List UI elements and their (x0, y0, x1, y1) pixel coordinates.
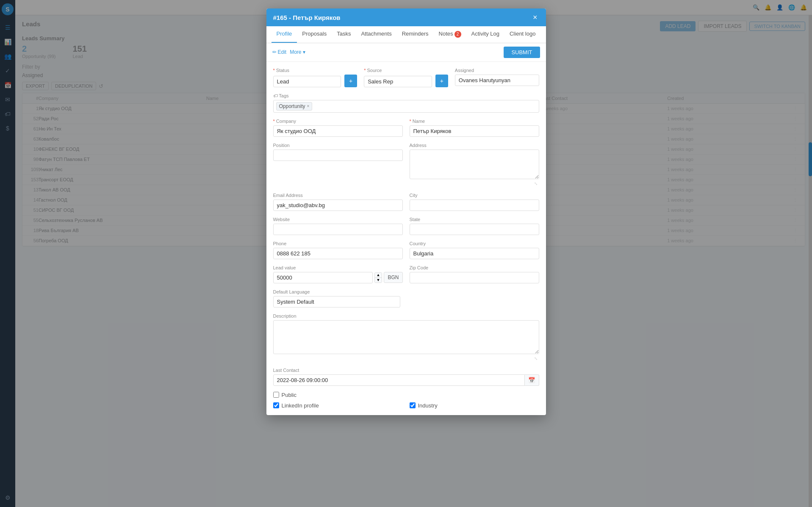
description-label: Description (273, 313, 539, 319)
calendar-button[interactable]: 📅 (525, 374, 539, 386)
chevron-down-icon: ▾ (303, 49, 305, 55)
linkedin-row: LinkedIn profile (273, 402, 403, 409)
description-textarea[interactable] (273, 320, 539, 354)
currency-label: BGN (384, 272, 402, 283)
company-group: Company (273, 119, 403, 137)
more-label: More (290, 49, 301, 55)
email-label: Email Address (273, 193, 403, 198)
modal-toolbar: ✏ Edit More ▾ SUBMIT (266, 43, 546, 62)
source-select[interactable]: Sales Rep Website Referral Other (364, 76, 432, 87)
lead-value-input[interactable] (273, 272, 373, 283)
form-row-tags: 🏷 Tags Opportunity × (273, 93, 539, 113)
zip-code-input[interactable] (410, 272, 539, 283)
submit-button[interactable]: SUBMIT (504, 47, 540, 58)
tab-proposals[interactable]: Proposals (297, 26, 332, 43)
modal-form: Status Lead Opportunity Qualified Unqual… (266, 62, 546, 416)
lead-value-label: Lead value (273, 265, 403, 270)
email-group: Email Address (273, 193, 403, 211)
address-textarea[interactable] (410, 150, 539, 179)
state-group: State (410, 217, 539, 235)
position-group: Position (273, 143, 403, 187)
tag-remove-button[interactable]: × (307, 104, 310, 108)
phone-label: Phone (273, 241, 403, 246)
tags-group: 🏷 Tags Opportunity × (273, 93, 539, 113)
form-row-website: Website State (273, 217, 539, 235)
modal-title: #165 - Петър Киряков (273, 14, 341, 21)
public-checkbox[interactable] (273, 392, 279, 398)
assigned-label: Assigned (455, 68, 539, 73)
tag-container[interactable]: Opportunity × (273, 100, 539, 113)
phone-input[interactable] (273, 248, 403, 259)
lead-value-row: ▲ ▼ BGN (273, 272, 403, 283)
value-down-button[interactable]: ▼ (375, 278, 382, 283)
last-contact-input[interactable] (273, 374, 525, 386)
name-group: Name (410, 119, 539, 137)
company-label: Company (273, 119, 403, 124)
website-input[interactable] (273, 224, 403, 235)
tab-tasks[interactable]: Tasks (332, 26, 356, 43)
website-group: Website (273, 217, 403, 235)
more-dropdown[interactable]: More ▾ (290, 49, 305, 55)
description-resize: ⤡ (273, 355, 539, 362)
assigned-select[interactable]: Ovanes Harutyunyan (455, 75, 539, 86)
source-group: Source Sales Rep Website Referral Other … (364, 68, 448, 87)
company-input[interactable] (273, 125, 403, 137)
tab-profile[interactable]: Profile (272, 26, 297, 43)
country-label: Country (410, 241, 539, 246)
form-row-position: Position Address ⤡ (273, 143, 539, 187)
source-label: Source (364, 68, 448, 73)
modal-header: #165 - Петър Киряков × (266, 8, 546, 26)
phone-group: Phone (273, 241, 403, 259)
language-group: Default Language System Default (273, 289, 539, 308)
state-input[interactable] (410, 224, 539, 235)
form-row-status: Status Lead Opportunity Qualified Unqual… (273, 68, 539, 87)
email-input[interactable] (273, 199, 403, 211)
zip-code-group: Zip Code (410, 265, 539, 283)
city-input[interactable] (410, 199, 539, 211)
last-contact-group: Last Contact 📅 (273, 368, 539, 386)
name-input[interactable] (410, 125, 539, 137)
lead-value-group: Lead value ▲ ▼ BGN (273, 265, 403, 283)
language-label: Default Language (273, 289, 539, 294)
tab-notes[interactable]: Notes2 (434, 26, 466, 43)
last-contact-date-row: 📅 (273, 374, 539, 386)
linkedin-checkbox[interactable] (273, 402, 279, 408)
industry-checkbox[interactable] (410, 402, 416, 408)
form-row-description: Description ⤡ (273, 313, 539, 362)
edit-label: Edit (278, 49, 287, 55)
status-group: Status Lead Opportunity Qualified Unqual… (273, 68, 358, 87)
form-row-email: Email Address City (273, 193, 539, 211)
edit-icon: ✏ (272, 49, 277, 55)
add-status-button[interactable]: + (344, 75, 357, 87)
website-label: Website (273, 217, 403, 222)
language-select[interactable]: System Default (273, 296, 400, 308)
address-label: Address (410, 143, 539, 148)
tab-client-logo[interactable]: Client logo (504, 26, 540, 43)
name-label: Name (410, 119, 539, 124)
edit-link[interactable]: ✏ Edit (272, 49, 287, 55)
value-spinner-buttons: ▲ ▼ (374, 272, 382, 283)
add-source-button[interactable]: + (435, 75, 448, 87)
modal-overlay: #165 - Петър Киряков × ProfileProposalsT… (0, 0, 812, 507)
state-label: State (410, 217, 539, 222)
value-up-button[interactable]: ▲ (375, 273, 382, 278)
city-group: City (410, 193, 539, 211)
status-select[interactable]: Lead Opportunity Qualified Unqualified (273, 76, 341, 87)
tab-attachments[interactable]: Attachments (356, 26, 396, 43)
tab-activity-log[interactable]: Activity Log (466, 26, 504, 43)
country-select[interactable]: Bulgaria Other (410, 248, 539, 259)
address-group: Address ⤡ (410, 143, 539, 187)
position-label: Position (273, 143, 403, 148)
form-row-company: Company Name (273, 119, 539, 137)
country-group: Country Bulgaria Other (410, 241, 539, 259)
modal-tabs: ProfileProposalsTasksAttachmentsReminder… (266, 26, 546, 43)
lead-modal: #165 - Петър Киряков × ProfileProposalsT… (266, 8, 546, 415)
position-input[interactable] (273, 150, 403, 161)
last-contact-label: Last Contact (273, 368, 539, 373)
assigned-group: Assigned Ovanes Harutyunyan (455, 68, 539, 87)
status-label: Status (273, 68, 358, 73)
modal-close-button[interactable]: × (531, 13, 539, 22)
tag-icon-label: 🏷 (273, 93, 278, 98)
public-checkbox-row: Public (273, 392, 539, 398)
tab-reminders[interactable]: Reminders (397, 26, 434, 43)
